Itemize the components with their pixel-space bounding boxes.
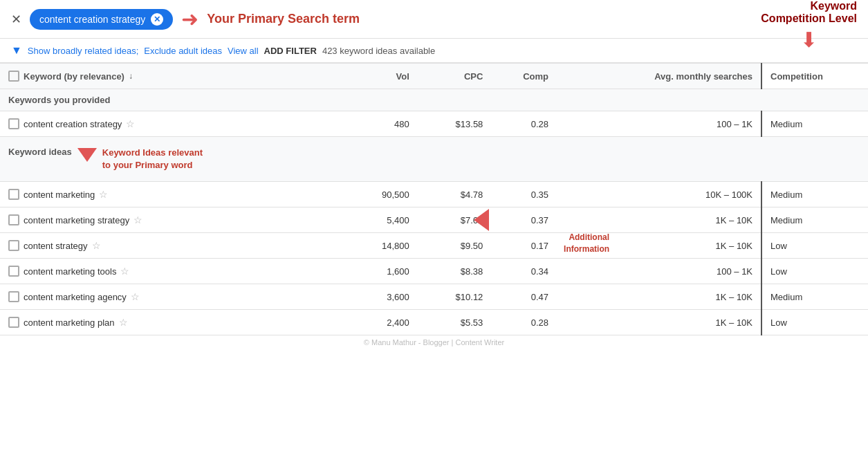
- comp-cell: 0.35: [491, 182, 557, 207]
- col-header-keyword: Keyword (by relevance) ↓: [0, 64, 344, 89]
- keyword-ideas-annotation: Keyword ideas Keyword Ideas relevantto y…: [8, 142, 860, 176]
- section-provided-label: Keywords you provided: [0, 89, 868, 111]
- cpc-cell: $5.53: [418, 310, 492, 335]
- row-checkbox[interactable]: [8, 240, 19, 251]
- keyword-ideas-annotation-text: Keyword Ideas relevantto your Primary wo…: [102, 147, 203, 172]
- col-header-comp: Comp: [491, 64, 557, 89]
- arrow-right-icon: ➜: [181, 7, 198, 31]
- search-pill-text: content creation strategy: [39, 14, 145, 25]
- row-checkbox[interactable]: [8, 214, 19, 225]
- keyword-text: content marketing: [24, 190, 95, 200]
- section-ideas-label: Keyword ideas Keyword Ideas relevantto y…: [0, 137, 868, 182]
- table-row: content marketing plan ☆ 2,400 $5.53 0.2…: [0, 310, 868, 335]
- row-checkbox[interactable]: [8, 317, 19, 328]
- row-checkbox[interactable]: [8, 291, 19, 302]
- table-row: content marketing agency ☆ 3,600 $10.12 …: [0, 284, 868, 310]
- view-all-link[interactable]: View all: [228, 46, 259, 56]
- watermark: © Manu Mathur - Blogger | Content Writer: [0, 335, 868, 349]
- cpc-cell: $7.62: [418, 207, 492, 233]
- provided-keyword-cell: content creation strategy ☆: [0, 111, 344, 137]
- add-filter-button[interactable]: ADD FILTER: [264, 46, 317, 56]
- cpc-cell: $4.78: [418, 182, 492, 207]
- vol-cell: 2,400: [344, 310, 418, 335]
- star-icon[interactable]: ☆: [126, 118, 135, 129]
- kw-competition-title: Keyword Competition Level: [761, 0, 857, 25]
- close-button[interactable]: ✕: [11, 12, 21, 27]
- col-header-avg-monthly: Avg. monthly searches: [557, 64, 761, 89]
- section-provided-row: Keywords you provided: [0, 89, 868, 111]
- competition-cell: Medium: [761, 207, 868, 233]
- table-row: content marketing tools ☆ 1,600 $8.38 0.…: [0, 259, 868, 284]
- search-pill[interactable]: content creation strategy ✕: [30, 9, 173, 30]
- comp-cell: 0.17: [491, 233, 557, 259]
- search-pill-close-icon[interactable]: ✕: [151, 13, 163, 26]
- keyword-text: content marketing tools: [24, 266, 116, 277]
- comp-cell: 0.37: [491, 207, 557, 233]
- table-row: content strategy ☆ 14,800 $9.50 0.17 1K …: [0, 233, 868, 259]
- col-header-competition: Competition: [761, 64, 868, 89]
- star-icon[interactable]: ☆: [131, 291, 140, 302]
- kw-competition-container: Keyword Competition Level ⬇: [761, 0, 857, 52]
- exclude-adult-link[interactable]: Exclude adult ideas: [144, 46, 222, 56]
- avg-cell: 1K – 10K AdditionalInformation: [557, 207, 761, 233]
- avg-cell: 100 – 1K: [557, 259, 761, 284]
- vol-cell: 14,800: [344, 233, 418, 259]
- cpc-cell: $13.58: [418, 111, 492, 137]
- cpc-cell: $8.38: [418, 259, 492, 284]
- keyword-text: content marketing agency: [24, 292, 127, 302]
- keyword-ideas-arrow-icon: [77, 148, 97, 162]
- competition-cell: Medium: [761, 182, 868, 207]
- star-icon[interactable]: ☆: [120, 266, 129, 277]
- vol-cell: 5,400: [344, 207, 418, 233]
- row-checkbox[interactable]: [8, 189, 19, 200]
- avg-cell: 1K – 10K: [557, 284, 761, 310]
- sort-icon[interactable]: ↓: [129, 71, 133, 81]
- keyword-text: content marketing plan: [24, 317, 115, 328]
- cpc-cell: $10.12: [418, 284, 492, 310]
- comp-cell: 0.28: [491, 310, 557, 335]
- col-header-cpc: CPC: [418, 64, 492, 89]
- keyword-table: Keyword (by relevance) ↓ Vol CPC Comp Av…: [0, 63, 868, 335]
- primary-search-label: Your Primary Search term: [207, 12, 360, 26]
- avg-cell: 100 – 1K: [557, 111, 761, 137]
- star-icon[interactable]: ☆: [99, 189, 108, 200]
- keyword-count-label: 423 keyword ideas available: [322, 46, 435, 56]
- vol-cell: 90,500: [344, 182, 418, 207]
- competition-cell: Low: [761, 259, 868, 284]
- filter-icon: ▼: [11, 44, 22, 57]
- star-icon[interactable]: ☆: [133, 214, 142, 225]
- keyword-text: content marketing strategy: [24, 215, 129, 225]
- table-row: content creation strategy ☆ 480 $13.58 0…: [0, 111, 868, 137]
- section-ideas-row: Keyword ideas Keyword Ideas relevantto y…: [0, 137, 868, 182]
- comp-cell: 0.34: [491, 259, 557, 284]
- competition-cell: Low: [761, 233, 868, 259]
- select-all-checkbox[interactable]: [8, 71, 19, 82]
- competition-cell: Low: [761, 310, 868, 335]
- star-icon[interactable]: ☆: [92, 240, 101, 251]
- kw-competition-arrow-down-icon: ⬇: [761, 28, 857, 52]
- vol-cell: 3,600: [344, 284, 418, 310]
- competition-cell: Medium: [761, 284, 868, 310]
- star-icon[interactable]: ☆: [119, 317, 128, 328]
- keyword-text: content strategy: [24, 241, 88, 251]
- keyword-table-wrapper: Keyword (by relevance) ↓ Vol CPC Comp Av…: [0, 63, 868, 349]
- comp-cell: 0.28: [491, 111, 557, 137]
- competition-cell: Medium: [761, 111, 868, 137]
- vol-cell: 1,600: [344, 259, 418, 284]
- avg-cell: 1K – 10K: [557, 310, 761, 335]
- table-row: content marketing strategy ☆ 5,400 $7.62…: [0, 207, 868, 233]
- vol-cell: 480: [344, 111, 418, 137]
- cpc-cell: $9.50: [418, 233, 492, 259]
- comp-cell: 0.47: [491, 284, 557, 310]
- show-broadly-related-link[interactable]: Show broadly related ideas;: [28, 46, 138, 56]
- avg-cell: 10K – 100K: [557, 182, 761, 207]
- row-checkbox[interactable]: [8, 266, 19, 277]
- table-row: content marketing ☆ 90,500 $4.78 0.35 10…: [0, 182, 868, 207]
- avg-cell: 1K – 10K: [557, 233, 761, 259]
- row-checkbox[interactable]: [8, 118, 19, 129]
- keyword-text: content creation strategy: [24, 119, 122, 129]
- col-header-vol: Vol: [344, 64, 418, 89]
- filter-bar: ▼ Show broadly related ideas; Exclude ad…: [0, 39, 868, 63]
- header: ✕ content creation strategy ✕ ➜ Your Pri…: [0, 0, 868, 39]
